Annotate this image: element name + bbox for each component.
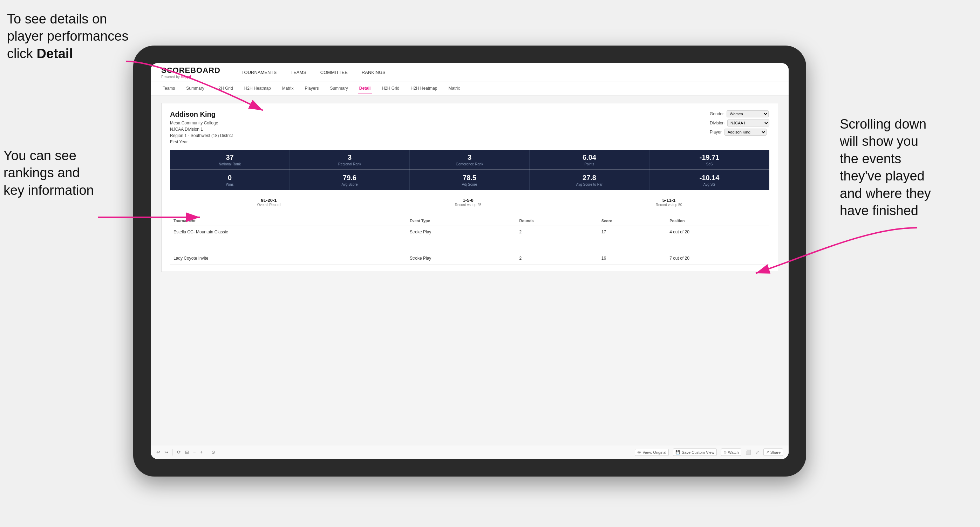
- subnav-h2h-heatmap2[interactable]: H2H Heatmap: [409, 83, 439, 94]
- stat-regional-rank-label: Regional Rank: [294, 162, 405, 166]
- stat-national-rank-label: National Rank: [174, 162, 285, 166]
- stat-points-label: Points: [534, 162, 645, 166]
- table-row: Lady Coyote Invite Stroke Play 2 16 7 ou…: [170, 252, 769, 265]
- share-icon: ↗: [766, 450, 769, 454]
- player-filters: Gender Women Men Division NJCAA I NJCAA …: [710, 110, 769, 145]
- annotation-top-left: To see details on player performances cl…: [7, 11, 133, 62]
- nav-rankings[interactable]: RANKINGS: [362, 68, 385, 76]
- tablet-screen: SCOREBOARD Powered by clippd TOURNAMENTS…: [151, 63, 789, 459]
- subnav-summary[interactable]: Summary: [185, 83, 205, 94]
- nav-tournaments[interactable]: TOURNAMENTS: [242, 68, 277, 76]
- record-top25-value: 1-5-0: [455, 198, 482, 203]
- stat-avg-sg-label: Avg SG: [654, 183, 765, 186]
- stats-row1: 37 National Rank 3 Regional Rank 3 Confe…: [170, 150, 769, 170]
- stat-conference-rank-label: Conference Rank: [414, 162, 525, 166]
- stat-sos-value: -19.71: [654, 154, 765, 162]
- plus-icon[interactable]: +: [200, 449, 203, 455]
- top-navigation: SCOREBOARD Powered by clippd TOURNAMENTS…: [151, 63, 789, 82]
- stat-conference-rank-value: 3: [414, 154, 525, 162]
- stat-sos-label: SoS: [654, 162, 765, 166]
- stat-avg-score-par-label: Avg Score to Par: [534, 183, 645, 186]
- stat-avg-sg-value: -10.14: [654, 174, 765, 182]
- watch-icon: ⊕: [724, 450, 727, 454]
- logo-powered-text: Powered by clippd: [161, 75, 221, 79]
- record-overall: 91-20-1 Overall Record: [257, 198, 281, 207]
- save-icon: 💾: [675, 450, 680, 454]
- stat-avg-score-label: Avg Score: [294, 183, 405, 186]
- cell-score-3: 16: [598, 252, 666, 265]
- cell-position-3: 7 out of 20: [666, 252, 769, 265]
- stat-regional-rank-value: 3: [294, 154, 405, 162]
- stat-sos: -19.71 SoS: [649, 150, 769, 170]
- table-row: [170, 238, 769, 252]
- watch-button[interactable]: ⊕ Watch: [721, 449, 741, 456]
- cell-tournament-1: Estella CC- Mountain Classic: [170, 226, 406, 238]
- subnav-detail[interactable]: Detail: [358, 83, 372, 94]
- share-label: Share: [770, 450, 781, 454]
- subnav-summary2[interactable]: Summary: [328, 83, 349, 94]
- view-original-label: View: Original: [643, 450, 666, 454]
- undo-icon[interactable]: ↩: [156, 449, 160, 455]
- player-region: Region 1 - Southwest (18) District: [170, 132, 233, 139]
- grid-icon[interactable]: ⊞: [185, 449, 189, 455]
- subnav-matrix2[interactable]: Matrix: [447, 83, 461, 94]
- annotation-right: Scrolling downwill show youthe eventsthe…: [840, 116, 969, 219]
- player-year: First Year: [170, 139, 233, 145]
- col-score: Score: [598, 216, 666, 226]
- stat-adj-score: 78.5 Adj Score: [410, 170, 530, 190]
- record-overall-label: Overall Record: [257, 203, 281, 207]
- stat-avg-score: 79.6 Avg Score: [290, 170, 410, 190]
- annotation-top-left-text: To see details on player performances cl…: [7, 11, 128, 61]
- annotation-detail-bold: Detail: [37, 46, 73, 61]
- division-filter-row: Division NJCAA I NJCAA II: [710, 119, 769, 127]
- subnav-players[interactable]: Players: [303, 83, 320, 94]
- record-overall-value: 91-20-1: [257, 198, 281, 203]
- subnav-h2h-grid2[interactable]: H2H Grid: [380, 83, 401, 94]
- player-info: Addison King Mesa Community College NJCA…: [170, 110, 233, 145]
- toolbar-separator: [172, 449, 173, 456]
- subnav-matrix[interactable]: Matrix: [281, 83, 295, 94]
- save-custom-view-label: Save Custom View: [682, 450, 714, 454]
- stats-row2: 0 Wins 79.6 Avg Score 78.5 Adj Score 27.…: [170, 170, 769, 190]
- cell-position-1: 4 out of 20: [666, 226, 769, 238]
- col-event-type: Event Type: [406, 216, 516, 226]
- gender-label: Gender: [710, 111, 724, 116]
- stat-points: 6.04 Points: [530, 150, 649, 170]
- player-select[interactable]: Addison King: [724, 129, 767, 136]
- logo: SCOREBOARD Powered by clippd: [161, 66, 221, 79]
- gender-select[interactable]: Women Men: [727, 110, 768, 117]
- player-division: NJCAA Division 1: [170, 126, 233, 132]
- stat-adj-score-label: Adj Score: [414, 183, 525, 186]
- tablet-device: SCOREBOARD Powered by clippd TOURNAMENTS…: [133, 46, 806, 476]
- nav-teams[interactable]: TEAMS: [291, 68, 306, 76]
- minus-icon[interactable]: −: [193, 449, 196, 455]
- watch-label: Watch: [728, 450, 739, 454]
- tournament-table: Tournament Event Type Rounds Score Posit…: [170, 216, 769, 265]
- record-top50: 5-11-1 Record vs top 50: [656, 198, 682, 207]
- cell-event-type-1: Stroke Play: [406, 226, 516, 238]
- view-original-button[interactable]: 👁 View: Original: [635, 449, 669, 456]
- logo-brand: clippd: [181, 75, 191, 79]
- stat-wins-value: 0: [174, 174, 285, 182]
- division-select[interactable]: NJCAA I NJCAA II: [727, 119, 769, 127]
- bottom-toolbar: ↩ ↪ ⟳ ⊞ − + ⊙ 👁 View: Original 💾 Save Cu…: [151, 445, 789, 459]
- subnav-h2h-heatmap[interactable]: H2H Heatmap: [243, 83, 272, 94]
- cell-rounds-3: 2: [516, 252, 598, 265]
- record-top50-label: Record vs top 50: [656, 203, 682, 207]
- screen-icon[interactable]: ⬜: [746, 449, 751, 455]
- redo-icon[interactable]: ↪: [164, 449, 168, 455]
- record-top25-label: Record vs top 25: [455, 203, 482, 207]
- cell-tournament-3: Lady Coyote Invite: [170, 252, 406, 265]
- clock-icon[interactable]: ⊙: [212, 449, 215, 455]
- subnav-h2h-grid[interactable]: H2H Grid: [214, 83, 234, 94]
- share-button[interactable]: ↗ Share: [764, 449, 783, 456]
- table-row: Estella CC- Mountain Classic Stroke Play…: [170, 226, 769, 238]
- annotation-bottom-left: You can seerankings andkey information: [3, 147, 112, 199]
- record-top25: 1-5-0 Record vs top 25: [455, 198, 482, 207]
- fullscreen-icon[interactable]: ⤢: [755, 449, 759, 455]
- stat-wins-label: Wins: [174, 183, 285, 186]
- subnav-teams[interactable]: Teams: [161, 83, 176, 94]
- refresh-icon[interactable]: ⟳: [177, 449, 181, 455]
- nav-committee[interactable]: COMMITTEE: [320, 68, 348, 76]
- save-custom-view-button[interactable]: 💾 Save Custom View: [673, 449, 717, 456]
